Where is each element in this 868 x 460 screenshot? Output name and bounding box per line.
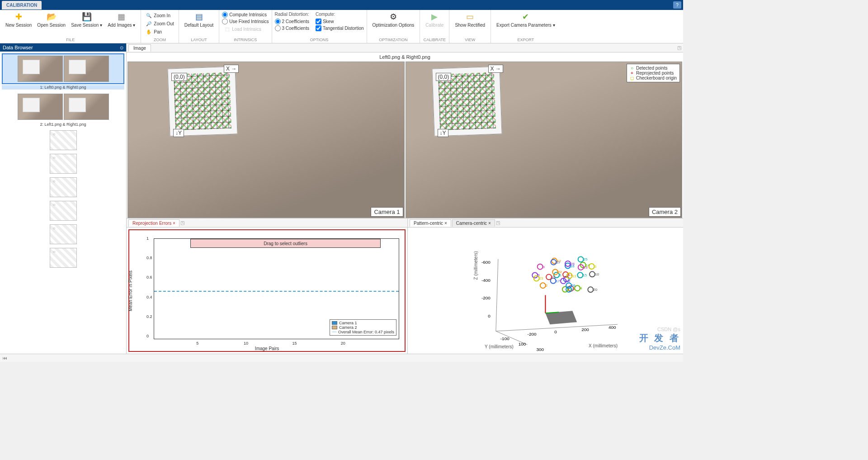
options-compute-label: Compute:	[316, 12, 364, 17]
svg-line-2	[496, 259, 498, 331]
svg-point-22	[590, 271, 595, 277]
layout-icon: ▤	[194, 12, 204, 22]
new-session-button[interactable]: ✚ New Session	[3, 11, 34, 29]
dock-icon[interactable]: ◳	[180, 220, 184, 225]
svg-point-32	[577, 272, 583, 278]
collapse-icon[interactable]: ⊙	[120, 45, 123, 50]
toolstrip: ✚ New Session 📂 Open Session 💾 Save Sess…	[0, 10, 683, 43]
extrinsics-panel: Pattern-centric × Camera-centric × ◳	[408, 218, 683, 354]
close-icon[interactable]: ×	[173, 221, 175, 226]
svg-text:-200: -200	[481, 295, 491, 300]
toolstrip-tab-calibration[interactable]: CALIBRATION	[2, 1, 42, 9]
x-axis-label: X →	[488, 65, 503, 73]
default-layout-button[interactable]: ▤ Default Layout	[182, 11, 217, 29]
status-bar: ⏮	[0, 354, 683, 362]
radio-2-coefficients[interactable]: 2 Coefficients	[275, 19, 309, 24]
svg-text:27: 27	[556, 261, 560, 265]
rectified-icon: ▭	[465, 12, 475, 22]
checkbox-skew[interactable]: Skew	[316, 19, 364, 24]
svg-text:10: 10	[595, 272, 599, 276]
thumbnail-item[interactable]: 2: Left1.png & Right1.png	[2, 92, 124, 127]
thumbnail-placeholder	[50, 154, 77, 174]
svg-text:-200: -200	[528, 332, 537, 337]
options-radial-label: Radial Distortion:	[275, 12, 309, 17]
zoom-out-button[interactable]: 🔎Zoom Out	[144, 20, 175, 27]
thumbnail-placeholder	[50, 224, 77, 244]
svg-text:3: 3	[594, 265, 597, 269]
title-tab-bar: CALIBRATION ?	[0, 0, 683, 10]
folder-open-icon: 📂	[47, 12, 57, 22]
thumbnail-placeholder	[50, 201, 77, 221]
svg-text:2: 2	[546, 284, 548, 288]
group-zoom: 🔍Zoom In 🔎Zoom Out ✋Pan ZOOM	[141, 10, 179, 43]
reprojection-errors-panel: Reprojection Errors × ◳ Mean Error in Pi…	[127, 218, 408, 354]
svg-text:100: 100	[519, 341, 526, 346]
zoom-out-icon: 🔎	[146, 20, 152, 27]
group-options: Radial Distortion: 2 Coefficients 3 Coef…	[272, 10, 367, 43]
zoom-in-button[interactable]: 🔍Zoom In	[144, 12, 175, 19]
pan-button[interactable]: ✋Pan	[144, 28, 175, 35]
group-title-view: VIEW	[449, 37, 491, 43]
svg-text:400: 400	[609, 325, 616, 330]
group-title-layout: LAYOUT	[179, 37, 219, 43]
svg-text:0: 0	[488, 313, 491, 318]
x-axis-label: X (millimeters)	[589, 343, 618, 348]
image-pair-title: Left0.png & Right0.png	[127, 52, 683, 62]
thumbnail-list[interactable]: 1: Left0.png & Right0.png2: Left1.png & …	[0, 52, 126, 354]
help-button[interactable]: ?	[673, 1, 681, 9]
tab-image[interactable]: Image	[128, 44, 151, 52]
dock-icon[interactable]: ◳	[496, 220, 500, 225]
radio-3-coefficients[interactable]: 3 Coefficients	[275, 25, 309, 31]
svg-text:200: 200	[581, 327, 589, 332]
y-axis-label: Y (millimeters)	[485, 344, 514, 349]
camera-2-label: Camera 2	[649, 207, 681, 217]
close-icon[interactable]: ×	[488, 221, 491, 226]
svg-text:22: 22	[558, 270, 562, 274]
svg-text:26: 26	[571, 284, 576, 288]
thumbnail-item[interactable]: 1: Left0.png & Right0.png	[2, 53, 124, 90]
dock-icon[interactable]: ◳	[677, 45, 681, 50]
group-title-intrinsics: INTRINSICS	[219, 37, 271, 43]
tab-reprojection-errors[interactable]: Reprojection Errors ×	[128, 219, 179, 227]
camera-2-view[interactable]: (0,0) X → ↓Y ○Detected points +Reproject…	[406, 62, 683, 218]
reprojection-chart[interactable]: Mean Error in Pixels Image Pairs 00.20.4…	[128, 229, 406, 352]
close-icon[interactable]: ×	[444, 221, 447, 226]
optimization-options-button[interactable]: ⚙ Optimization Options	[370, 11, 417, 29]
group-file: ✚ New Session 📂 Open Session 💾 Save Sess…	[0, 10, 141, 43]
radio-use-fixed-intrinsics[interactable]: Use Fixed Intrinsics	[222, 19, 269, 24]
svg-text:4: 4	[580, 286, 582, 290]
svg-text:-400: -400	[481, 278, 491, 283]
first-page-icon[interactable]: ⏮	[3, 356, 7, 360]
save-session-button[interactable]: 💾 Save Session ▾	[68, 11, 105, 29]
group-title-export: EXPORT	[491, 37, 561, 43]
camera-1-view[interactable]: (0,0) X → ↓Y Camera 1	[127, 62, 405, 218]
data-browser-header: Data Browser ⊙	[0, 43, 126, 52]
3d-extrinsics-view[interactable]: 1234567891011121314151617181920212223242…	[408, 228, 683, 354]
show-rectified-button[interactable]: ▭ Show Rectified	[452, 11, 488, 29]
group-optimization: ⚙ Optimization Options OPTIMIZATION	[367, 10, 420, 43]
export-camera-parameters-button[interactable]: ✔ Export Camera Parameters ▾	[494, 11, 558, 29]
chart-ylabel: Mean Error in Pixels	[128, 270, 133, 311]
svg-point-18	[532, 272, 538, 278]
save-icon: 💾	[82, 12, 92, 22]
add-images-button[interactable]: ▦ Add Images ▾	[105, 11, 138, 29]
svg-point-48	[534, 276, 539, 281]
group-view: ▭ Show Rectified VIEW	[449, 10, 491, 43]
thumbnail-placeholder	[50, 177, 77, 197]
gear-icon: ⚙	[388, 12, 398, 22]
svg-text:20: 20	[593, 288, 597, 292]
drag-hint: Drag to select outliers	[190, 239, 381, 248]
svg-text:19: 19	[584, 266, 588, 270]
tab-pattern-centric[interactable]: Pattern-centric ×	[410, 219, 451, 227]
svg-text:6: 6	[571, 288, 574, 292]
radio-compute-intrinsics[interactable]: Compute Intrinsics	[222, 12, 269, 18]
chart-legend: Camera 1 Camera 2 ┄┄Overall Mean Error: …	[330, 319, 396, 336]
group-calibrate: ▶ Calibrate CALIBRATE	[420, 10, 449, 43]
svg-point-42	[588, 287, 593, 292]
tab-camera-centric[interactable]: Camera-centric ×	[452, 219, 495, 227]
checkbox-tangential[interactable]: Tangential Distortion	[316, 25, 364, 31]
zoom-in-icon: 🔍	[146, 12, 152, 19]
stereo-view: (0,0) X → ↓Y Camera 1 (0,0) X → ↓Y ○Dete…	[127, 62, 683, 218]
open-session-button[interactable]: 📂 Open Session	[34, 11, 68, 29]
data-browser-title: Data Browser	[3, 45, 33, 50]
